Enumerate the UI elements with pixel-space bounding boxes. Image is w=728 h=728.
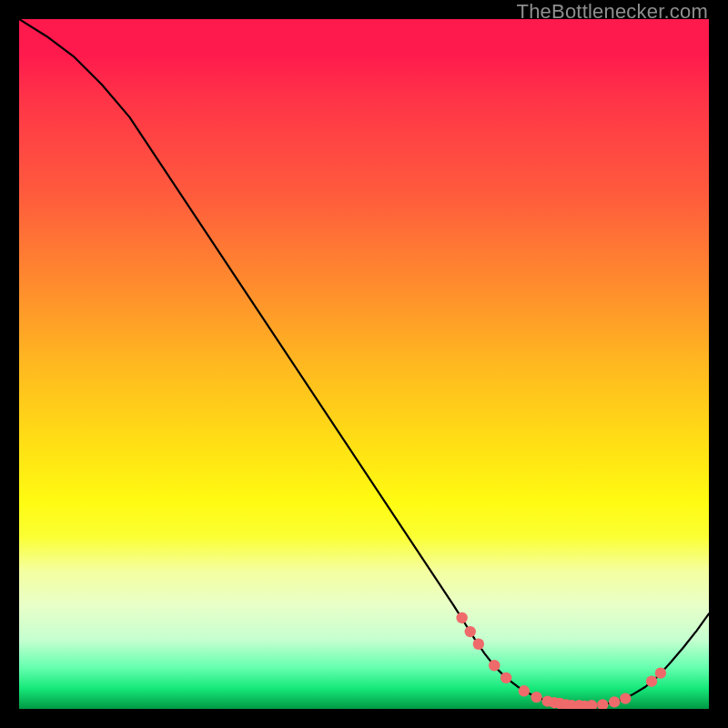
curve-line [19,19,709,706]
data-marker [456,612,467,623]
data-marker [473,639,484,650]
data-marker [620,693,631,703]
data-marker [646,675,657,686]
chart-svg [19,19,709,709]
data-marker [597,699,608,709]
data-marker [655,667,666,678]
data-marker [465,626,476,637]
data-marker [500,672,511,683]
data-marker [531,692,541,703]
data-marker [609,696,620,707]
chart-container: TheBottlenecker.com [0,0,728,728]
watermark-text: TheBottlenecker.com [517,0,708,24]
plot-area [19,19,709,709]
data-marker [586,700,597,709]
data-marker [489,660,500,671]
data-marker [519,685,530,696]
